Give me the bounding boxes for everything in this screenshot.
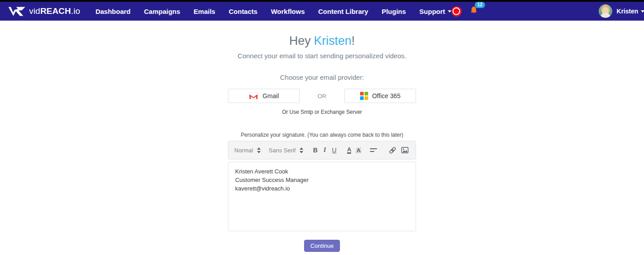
brand-name: vidREACH.io [29, 6, 80, 16]
gmail-label: Gmail [262, 92, 279, 99]
notifications-bell[interactable]: 12 [469, 5, 479, 17]
text-color-button[interactable]: A [344, 145, 354, 156]
provider-buttons-row: Gmail OR Office 365 [228, 89, 416, 103]
nav-item-contacts[interactable]: Contacts [229, 8, 258, 15]
office365-button[interactable]: Office 365 [344, 89, 416, 103]
provider-section-label: Choose your email provider: [228, 73, 416, 81]
page-title: HeyKristen! [228, 34, 416, 48]
chevron-down-icon [448, 10, 451, 13]
signature-line: kaverett@vidreach.io [235, 185, 409, 193]
underline-button[interactable]: U [330, 145, 339, 156]
nav-item-support[interactable]: Support [419, 8, 451, 15]
nav-item-plugins[interactable]: Plugins [382, 8, 406, 15]
bold-button[interactable]: B [310, 145, 320, 156]
brand-logo[interactable]: vidREACH.io [8, 5, 80, 17]
office365-label: Office 365 [372, 92, 401, 99]
user-menu[interactable]: Kristen [599, 4, 644, 18]
nav-item-campaigns[interactable]: Campaigns [144, 8, 180, 15]
nav-item-workflows[interactable]: Workflows [271, 8, 305, 15]
signature-editor: Normal Sans Serif B I U A A [228, 141, 416, 231]
picker-arrows-icon [257, 147, 261, 153]
onboarding-panel: HeyKristen! Connect your email to start … [228, 34, 416, 252]
italic-button[interactable]: I [320, 145, 330, 156]
main-nav: Dashboard Campaigns Emails Contacts Work… [95, 8, 451, 15]
avatar [599, 4, 612, 18]
image-button[interactable] [400, 145, 410, 156]
record-video-button[interactable] [451, 6, 462, 17]
gmail-button[interactable]: Gmail [228, 89, 300, 103]
or-separator: OR [318, 93, 326, 99]
vidreach-logo-icon [8, 5, 26, 17]
user-first-name: Kristen [314, 34, 352, 48]
gmail-icon [249, 92, 258, 100]
user-name: Kristen [617, 8, 638, 15]
continue-button[interactable]: Continue [304, 240, 340, 252]
notification-badge: 12 [475, 2, 485, 8]
editor-toolbar: Normal Sans Serif B I U A A [228, 141, 416, 160]
signature-line: Kristen Averett Cook [235, 168, 409, 176]
link-button[interactable] [388, 145, 397, 156]
nav-item-content-library[interactable]: Content Library [318, 8, 368, 15]
image-icon [401, 147, 408, 153]
nav-item-dashboard[interactable]: Dashboard [95, 8, 130, 15]
nav-item-emails[interactable]: Emails [193, 8, 215, 15]
format-picker[interactable]: Normal [234, 147, 264, 154]
signature-section-label: Personalize your signature. (You can alw… [228, 132, 416, 138]
office365-icon [360, 92, 368, 100]
background-color-button[interactable]: A [354, 145, 363, 156]
align-icon [370, 147, 377, 153]
picker-arrows-icon [300, 147, 303, 153]
chevron-down-icon [641, 10, 644, 13]
link-icon [389, 147, 396, 154]
signature-line: Customer Success Manager [235, 176, 409, 185]
top-navbar: vidREACH.io Dashboard Campaigns Emails C… [0, 2, 644, 21]
font-picker[interactable]: Sans Serif [269, 147, 304, 154]
smtp-exchange-link[interactable]: Or Use Smtp or Exchange Server [228, 109, 416, 115]
align-button[interactable] [369, 145, 378, 156]
navbar-actions: 12 Kristen [451, 4, 644, 18]
page-subtitle: Connect your email to start sending pers… [228, 52, 416, 60]
signature-text-area[interactable]: Kristen Averett Cook Customer Success Ma… [228, 162, 416, 231]
